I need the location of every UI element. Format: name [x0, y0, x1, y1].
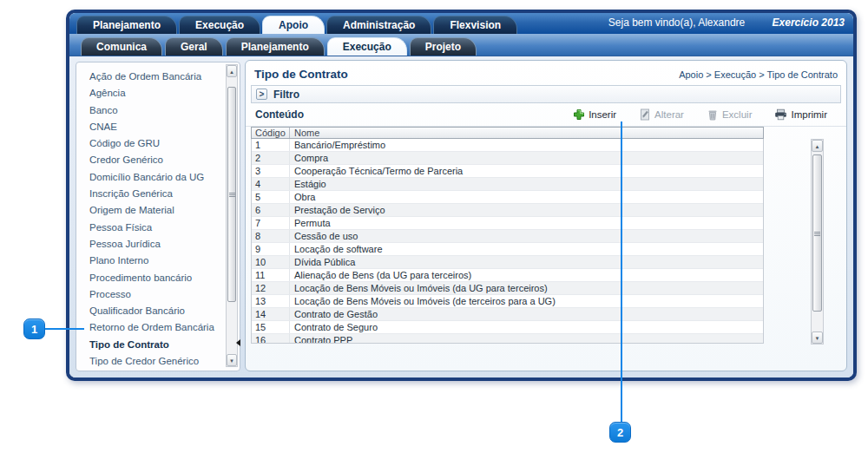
filter-expand-button[interactable]: >: [256, 89, 267, 100]
table-row[interactable]: 10Dívida Pública: [252, 256, 763, 269]
table-row[interactable]: 1Bancário/Empréstimo: [252, 139, 763, 152]
column-header-nome[interactable]: Nome: [290, 128, 763, 138]
sidebar-item-procedimento-bancario[interactable]: Procedimento bancário: [76, 270, 240, 286]
table-row[interactable]: 11Alienação de Bens (da UG para terceiro…: [252, 269, 763, 282]
table-body: 1Bancário/Empréstimo2Compra3Cooperação T…: [251, 139, 764, 344]
sidebar-item-acao-de-ordem-bancaria[interactable]: Ação de Ordem Bancária: [76, 69, 240, 85]
print-button[interactable]: Imprimir: [774, 108, 827, 121]
edit-button[interactable]: Alterar: [639, 108, 684, 121]
table-scrollbar[interactable]: ▲ ▼: [811, 139, 824, 345]
cell-codigo: 11: [252, 269, 290, 281]
edit-button-label: Alterar: [654, 109, 684, 120]
cell-codigo: 6: [252, 204, 290, 216]
content-area: Ação de Ordem BancáriaAgênciaBancoCNAECó…: [69, 56, 853, 378]
cell-nome: Obra: [290, 191, 763, 203]
sidebar-item-processo[interactable]: Processo: [76, 286, 240, 303]
sidebar-collapse-handle[interactable]: [234, 336, 241, 349]
sidebar-item-cnae[interactable]: CNAE: [76, 119, 240, 135]
sidebar-item-codigo-de-gru[interactable]: Código de GRU: [76, 135, 240, 152]
cell-nome: Estágio: [290, 178, 763, 190]
sidebar-item-domicilio-bancario-da-ug[interactable]: Domicílio Bancário da UG: [76, 169, 240, 186]
collapse-left-icon: [236, 339, 240, 346]
sidebar-scrollbar[interactable]: ▲ ▼: [226, 64, 238, 367]
sidebar-item-pessoa-fisica[interactable]: Pessoa Física: [76, 220, 240, 236]
main-panel: Tipo de Contrato Apoio > Execução > Tipo…: [245, 60, 847, 371]
scroll-down-icon[interactable]: ▼: [227, 354, 237, 366]
table-row[interactable]: 4Estágio: [252, 178, 763, 191]
table-row[interactable]: 5Obra: [252, 191, 763, 204]
sub-tab-planejamento[interactable]: Planejamento: [226, 37, 325, 56]
table-row[interactable]: 16Contrato PPP: [252, 334, 763, 344]
table-header: Código Nome: [251, 127, 764, 139]
scroll-down-icon[interactable]: ▼: [812, 332, 823, 344]
insert-button[interactable]: Inserir: [573, 108, 616, 121]
cell-nome: Alienação de Bens (da UG para terceiros): [290, 269, 763, 281]
toolbar-buttons: Inserir Alterar: [573, 108, 827, 121]
cell-codigo: 5: [252, 191, 290, 203]
sidebar-item-tipo-de-domicilio-bancario[interactable]: Tipo de Domicílio Bancário: [76, 370, 240, 371]
sidebar-item-pessoa-juridica[interactable]: Pessoa Jurídica: [76, 236, 240, 253]
table-row[interactable]: 2Compra: [252, 152, 763, 165]
main-tab-apoio[interactable]: Apoio: [262, 16, 325, 34]
cell-codigo: 1: [252, 139, 290, 151]
page: PlanejamentoExecuçãoApoioAdministraçãoFl…: [0, 0, 868, 453]
table-row[interactable]: 12Locação de Bens Móveis ou Imóveis (da …: [252, 282, 763, 295]
table-row[interactable]: 3Cooperação Técnica/Termo de Parceria: [252, 165, 763, 178]
sidebar-item-credor-generico[interactable]: Credor Genérico: [76, 152, 240, 168]
annotation-callout-2: 2: [609, 422, 631, 443]
scroll-up-icon[interactable]: ▲: [812, 140, 823, 152]
sidebar-item-inscricao-generica[interactable]: Inscrição Genérica: [76, 186, 240, 202]
main-tab-execucao[interactable]: Execução: [179, 16, 260, 34]
annotation-callout-1: 1: [23, 318, 45, 339]
print-button-label: Imprimir: [791, 109, 827, 120]
filter-bar[interactable]: > Filtro: [251, 85, 841, 103]
annotation-line-1: [44, 328, 84, 330]
exercise-label: Exercício 2013: [773, 16, 845, 29]
sub-tab-execucao[interactable]: Execução: [327, 37, 407, 56]
table-row[interactable]: 6Prestação de Serviço: [252, 204, 763, 217]
cell-codigo: 16: [252, 334, 290, 344]
cell-codigo: 7: [252, 217, 290, 229]
table-row[interactable]: 8Cessão de uso: [252, 230, 763, 243]
cell-codigo: 12: [252, 282, 290, 294]
sidebar-menu: Ação de Ordem BancáriaAgênciaBancoCNAECó…: [76, 62, 240, 371]
cell-nome: Locação de Bens Móveis ou Imóveis (da UG…: [290, 282, 763, 294]
sidebar-item-plano-interno[interactable]: Plano Interno: [76, 253, 240, 269]
table-row[interactable]: 7Permuta: [252, 217, 763, 230]
sidebar-item-qualificador-bancario[interactable]: Qualificador Bancário: [76, 303, 240, 319]
sub-tab-geral[interactable]: Geral: [165, 37, 223, 56]
scroll-up-icon[interactable]: ▲: [227, 65, 237, 77]
column-header-codigo[interactable]: Código: [252, 128, 290, 138]
table-row[interactable]: 14Contrato de Gestão: [252, 308, 763, 321]
cell-codigo: 2: [252, 152, 290, 164]
annotation-line-2: [621, 121, 622, 422]
sidebar-item-agencia[interactable]: Agência: [76, 85, 240, 102]
cell-nome: Contrato de Gestão: [290, 308, 763, 320]
table-row[interactable]: 9Locação de software: [252, 243, 763, 256]
sidebar-item-origem-de-material[interactable]: Origem de Material: [76, 202, 240, 219]
main-tab-flexvision[interactable]: Flexvision: [433, 16, 517, 34]
filter-label: Filtro: [273, 89, 299, 101]
cell-nome: Prestação de Serviço: [290, 204, 763, 216]
sidebar-item-banco[interactable]: Banco: [76, 102, 240, 119]
sub-tab-projeto[interactable]: Projeto: [410, 37, 477, 56]
page-title: Tipo de Contrato: [254, 68, 348, 81]
plus-icon: [573, 108, 585, 121]
delete-button-label: Excluir: [722, 109, 753, 120]
delete-button[interactable]: Excluir: [707, 108, 753, 121]
table-row[interactable]: 13Locação de Bens Móveis ou Imóveis (de …: [252, 295, 763, 308]
main-tab-planejamento[interactable]: Planejamento: [76, 16, 177, 34]
cell-nome: Compra: [290, 152, 763, 164]
sidebar-scroll-thumb[interactable]: [227, 87, 236, 302]
main-tab-administracao[interactable]: Administração: [326, 16, 431, 34]
sidebar-item-retorno-de-ordem-bancaria[interactable]: Retorno de Ordem Bancária: [76, 319, 240, 336]
sub-tab-comunica[interactable]: Comunica: [81, 37, 162, 56]
cell-nome: Bancário/Empréstimo: [290, 139, 763, 151]
sidebar-item-tipo-de-contrato[interactable]: Tipo de Contrato: [76, 337, 240, 353]
table-scroll-thumb[interactable]: [812, 154, 822, 312]
cell-nome: Permuta: [290, 217, 763, 229]
cell-nome: Locação de Bens Móveis ou Imóveis (de te…: [290, 295, 763, 307]
cell-codigo: 10: [252, 256, 290, 268]
sidebar-item-tipo-de-credor-generico[interactable]: Tipo de Credor Genérico: [76, 353, 240, 370]
table-row[interactable]: 15Contrato de Seguro: [252, 321, 763, 334]
